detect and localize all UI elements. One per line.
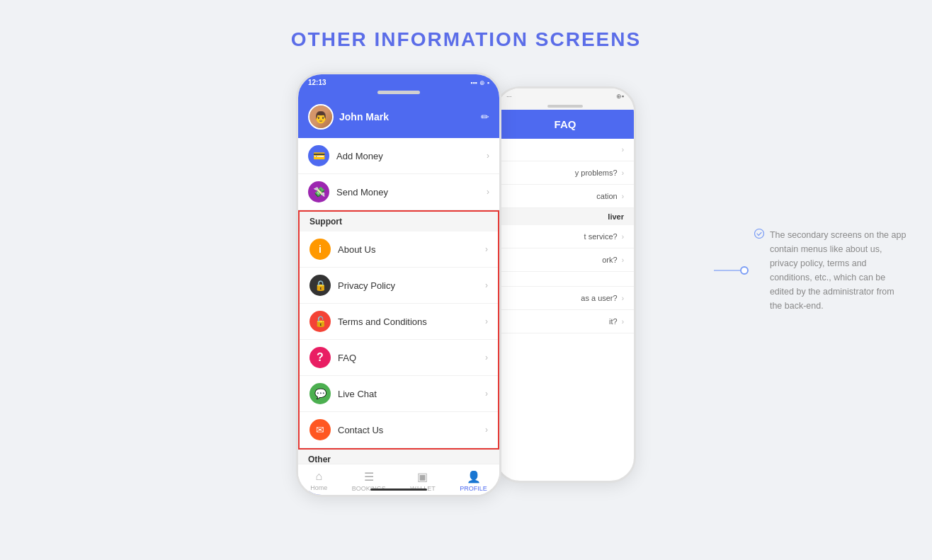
faq-text-8: it? [506, 317, 618, 326]
annotation-dot [740, 266, 749, 275]
faq-arrow-8: › [622, 318, 624, 326]
contact-label: Contact Us [338, 425, 478, 435]
svg-point-0 [754, 229, 763, 239]
faq-label: FAQ [338, 353, 478, 363]
faq-arrow-5: › [622, 256, 624, 264]
nav-home-label: Home [310, 484, 327, 491]
faq-text-3: cation [506, 192, 618, 200]
profile-name: John Mark [339, 111, 481, 122]
privacy-label: Privacy Policy [338, 280, 478, 291]
faq-arrow-2: › [622, 169, 624, 177]
wifi-icon: ⊕ [479, 79, 485, 86]
faq-text-5: ork? [506, 256, 618, 264]
faq-item-2[interactable]: y problems? › [496, 161, 634, 185]
avatar: 👨 [308, 104, 334, 130]
signal-icon: ▪▪▪ [470, 79, 477, 86]
menu-item-about-us[interactable]: i About Us › [300, 232, 498, 268]
wallet-icon: ▣ [417, 470, 428, 484]
arrow-icon: › [485, 244, 488, 254]
annotation-wrapper: The secondary screens on the app contain… [714, 228, 908, 313]
support-label: Support [300, 212, 498, 232]
add-money-icon: 💳 [308, 145, 329, 166]
menu-item-privacy-policy[interactable]: 🔒 Privacy Policy › [300, 268, 498, 304]
faq-title: FAQ [555, 118, 576, 130]
contact-icon: ✉ [309, 419, 331, 440]
faq-item-3[interactable]: cation › [496, 185, 634, 208]
nav-profile-label: PROFILE [460, 485, 487, 492]
add-money-label: Add Money [336, 151, 479, 161]
faq-text-2: y problems? [506, 168, 618, 177]
terms-icon: 🔓 [309, 311, 331, 332]
home-icon: ⌂ [315, 470, 322, 483]
check-icon [754, 229, 764, 241]
arrow-icon: › [487, 151, 489, 161]
menu-item-contact-us[interactable]: ✉ Contact Us › [300, 412, 498, 448]
phone-2: ··· ⊕▪ FAQ › y problems? › cation › live… [494, 86, 636, 483]
support-section: Support i About Us › 🔒 Privacy Policy › … [298, 210, 499, 450]
page-title: OTHER INFORMATION SCREENS [291, 28, 641, 51]
about-us-icon: i [309, 239, 331, 260]
faq-header: FAQ [496, 110, 634, 139]
faq-item-6[interactable] [496, 272, 634, 287]
arrow-icon: › [485, 280, 488, 290]
send-money-icon: 💸 [308, 181, 329, 202]
arrow-icon: › [485, 353, 488, 362]
menu-item-terms[interactable]: 🔓 Terms and Conditions › [300, 304, 498, 340]
terms-label: Terms and Conditions [338, 316, 478, 327]
time-2: ··· [506, 93, 512, 100]
faq-item-7[interactable]: as a user? › [496, 287, 634, 310]
time: 12:13 [308, 79, 326, 86]
arrow-icon: › [485, 316, 488, 326]
nav-profile[interactable]: 👤 PROFILE [460, 470, 487, 492]
faq-text-7: as a user? [506, 294, 618, 302]
profile-header: 👨 John Mark ✏ [298, 98, 499, 138]
phone-1: 12:13 ▪▪▪ ⊕ ▪ 👨 John Mark ✏ 💳 Add Money … [296, 72, 501, 497]
faq-icon: ? [309, 347, 331, 368]
chat-label: Live Chat [338, 389, 478, 399]
faq-item-4[interactable]: t service? › [496, 225, 634, 248]
nav-home[interactable]: ⌂ Home [310, 470, 327, 492]
home-bar [370, 488, 427, 491]
faq-text-4: t service? [506, 232, 618, 241]
phones-wrapper: 12:13 ▪▪▪ ⊕ ▪ 👨 John Mark ✏ 💳 Add Money … [296, 72, 636, 497]
avatar-face: 👨 [309, 105, 332, 128]
battery-icon: ▪ [487, 79, 489, 86]
arrow-icon: › [485, 389, 488, 399]
menu-item-add-money[interactable]: 💳 Add Money › [298, 138, 499, 174]
profile-icon: 👤 [467, 470, 481, 484]
arrow-icon: › [485, 425, 488, 435]
send-money-label: Send Money [336, 187, 479, 198]
faq-arrow-3: › [622, 193, 624, 200]
faq-item-8[interactable]: it? › [496, 310, 634, 333]
faq-arrow-1: › [622, 146, 624, 154]
about-us-label: About Us [338, 244, 478, 255]
arrow-icon: › [487, 187, 489, 197]
chat-icon: 💬 [309, 383, 331, 404]
status-bar-1: 12:13 ▪▪▪ ⊕ ▪ [298, 74, 499, 89]
privacy-icon: 🔒 [309, 275, 331, 296]
status-bar-2: ··· ⊕▪ [496, 88, 634, 103]
menu-item-faq[interactable]: ? FAQ › [300, 340, 498, 376]
faq-arrow-7: › [622, 295, 624, 302]
annotation-text: The secondary screens on the app contain… [770, 228, 908, 313]
faq-item-5[interactable]: ork? › [496, 248, 634, 272]
menu-item-send-money[interactable]: 💸 Send Money › [298, 174, 499, 210]
faq-arrow-4: › [622, 233, 624, 241]
menu-item-live-chat[interactable]: 💬 Live Chat › [300, 376, 498, 412]
annotation-content: The secondary screens on the app contain… [754, 228, 908, 313]
edit-icon[interactable]: ✏ [481, 111, 489, 122]
bookings-icon: ☰ [364, 470, 374, 484]
annotation-line [714, 270, 740, 271]
faq-section-driver: liver [496, 208, 634, 225]
faq-item-1[interactable]: › [496, 139, 634, 161]
icons-2: ⊕▪ [616, 93, 624, 100]
